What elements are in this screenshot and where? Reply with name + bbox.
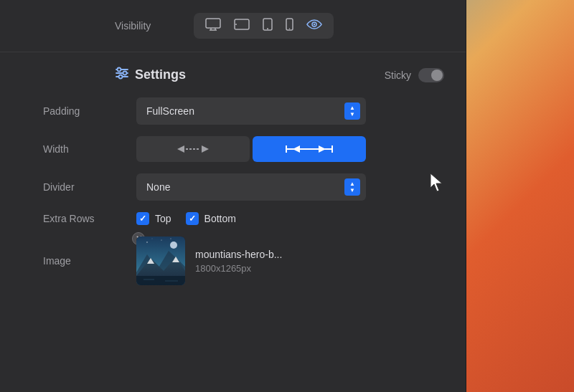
visibility-label: Visibility [115, 20, 179, 32]
divider-value: None [146, 181, 170, 193]
svg-point-7 [267, 28, 268, 29]
image-thumb-container: ✕ [136, 236, 185, 285]
padding-select-arrows: ▲ ▼ [344, 102, 360, 120]
width-shrink-btn[interactable] [136, 136, 250, 162]
image-name: mountians-hero-b... [195, 249, 282, 260]
sticky-label: Sticky [385, 70, 411, 81]
svg-point-32 [170, 242, 177, 249]
svg-point-17 [119, 75, 123, 79]
svg-point-5 [235, 24, 237, 25]
divider-row: Divider None ▲ ▼ [22, 173, 444, 201]
image-row: Image ✕ [22, 236, 444, 285]
width-options [136, 136, 366, 162]
svg-point-16 [123, 72, 127, 75]
image-label: Image [43, 255, 136, 267]
visibility-mobile-icon[interactable] [281, 16, 298, 35]
padding-row: Padding FullScreen ▲ ▼ [22, 97, 444, 125]
extra-rows-checkboxes: ✓ Top ✓ Bottom [136, 212, 236, 225]
bottom-checkbox-label: Bottom [204, 213, 236, 224]
divider-select-arrows: ▲ ▼ [344, 178, 360, 196]
divider-label: Divider [43, 181, 136, 193]
svg-marker-24 [293, 145, 300, 153]
svg-point-11 [314, 24, 315, 25]
top-check-icon: ✓ [139, 214, 146, 224]
padding-select[interactable]: FullScreen ▲ ▼ [136, 97, 366, 125]
settings-title: Settings [135, 67, 186, 82]
visibility-eye-icon[interactable] [302, 18, 326, 34]
divider-arrow-up: ▲ [349, 181, 355, 187]
svg-point-28 [161, 239, 161, 240]
svg-point-15 [118, 68, 121, 72]
svg-marker-20 [202, 145, 209, 153]
settings-header: Settings Sticky [22, 67, 444, 83]
visibility-desktop-icon[interactable] [201, 16, 225, 35]
svg-marker-25 [319, 145, 326, 153]
padding-arrow-up: ▲ [349, 105, 355, 111]
sticky-group: Sticky [385, 68, 444, 82]
svg-rect-0 [206, 19, 220, 28]
image-thumbnail [136, 236, 185, 285]
svg-marker-18 [177, 145, 184, 153]
width-label: Width [43, 143, 136, 155]
top-checkbox-item[interactable]: ✓ Top [136, 212, 171, 225]
sticky-toggle[interactable] [418, 68, 444, 82]
width-expand-btn[interactable] [253, 136, 366, 162]
visibility-tablet-portrait-icon[interactable] [258, 16, 277, 35]
width-row: Width [22, 136, 444, 162]
svg-point-31 [152, 239, 153, 239]
visibility-tablet-landscape-icon[interactable] [230, 17, 254, 34]
svg-point-9 [289, 28, 291, 29]
svg-rect-37 [136, 276, 185, 285]
svg-point-30 [170, 238, 171, 239]
divider-arrow-down: ▼ [349, 188, 355, 193]
bottom-checkbox-item[interactable]: ✓ Bottom [186, 212, 236, 225]
top-checkbox[interactable]: ✓ [136, 212, 149, 225]
bottom-checkbox[interactable]: ✓ [186, 212, 199, 225]
top-checkbox-label: Top [155, 213, 171, 224]
settings-title-group: Settings [115, 67, 186, 83]
extra-rows-row: Extra Rows ✓ Top ✓ Bottom [22, 212, 444, 225]
padding-label: Padding [43, 105, 136, 117]
svg-point-27 [146, 242, 148, 243]
padding-arrow-down: ▼ [349, 112, 355, 118]
visibility-icons-group [194, 13, 334, 39]
settings-sliders-icon [115, 67, 129, 83]
settings-panel: Visibility [0, 0, 466, 392]
visibility-row: Visibility [0, 0, 466, 52]
extra-rows-label: Extra Rows [43, 213, 136, 224]
padding-value: FullScreen [146, 105, 194, 117]
settings-section: Settings Sticky Padding FullScreen ▲ ▼ W… [0, 52, 466, 311]
divider-select[interactable]: None ▲ ▼ [136, 173, 366, 201]
image-size: 1800x1265px [195, 263, 282, 274]
image-info: mountians-hero-b... 1800x1265px [195, 249, 282, 274]
bottom-check-icon: ✓ [189, 214, 196, 224]
